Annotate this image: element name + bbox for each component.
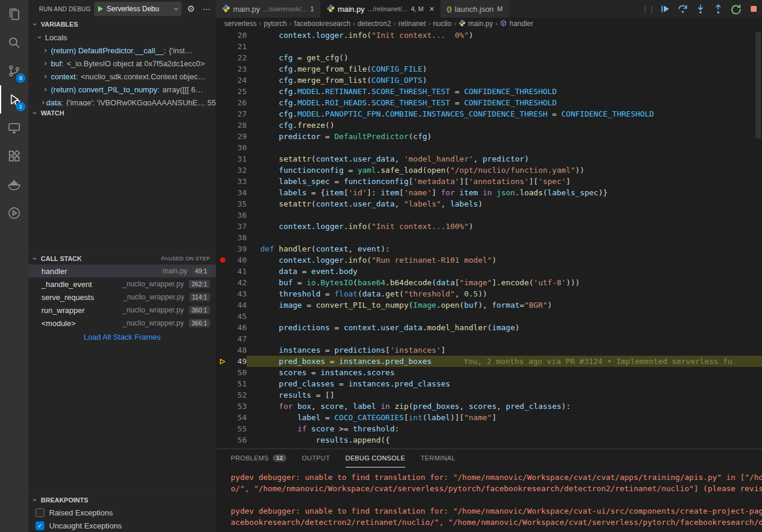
code-text[interactable]: cfg.MODEL.PANOPTIC_FPN.COMBINE.INSTANCES… <box>247 108 762 120</box>
breadcrumb-item-handler[interactable]: handler <box>500 20 533 28</box>
debug-settings-gear-icon[interactable]: ⚙ <box>185 4 197 14</box>
breakpoint-dot[interactable] <box>216 254 229 266</box>
code-text[interactable] <box>247 333 762 344</box>
gutter[interactable] <box>216 221 229 232</box>
gutter[interactable] <box>216 120 229 131</box>
code-line-34[interactable]: 34 labels = {item['id']: item['name'] fo… <box>216 187 762 198</box>
breadcrumb-item-serverless[interactable]: serverless <box>224 20 257 28</box>
code-line-51[interactable]: 51 pred_classes = instances.pred_classes <box>216 378 762 389</box>
code-line-20[interactable]: 20 context.logger.info("Init context... … <box>216 30 762 41</box>
more-actions-icon[interactable]: ⋯ <box>201 5 212 14</box>
variable-row[interactable]: ›context:<nuclio_sdk.context.Context obj… <box>28 70 216 83</box>
current-line-arrow[interactable] <box>216 356 229 367</box>
gutter[interactable] <box>216 288 229 299</box>
code-line-40[interactable]: 40 context.logger.info("Run retinanet-R1… <box>216 254 762 266</box>
variable-row[interactable]: ›(return) DefaultPredictor.__call__:{'in… <box>28 44 216 57</box>
source-control-icon[interactable]: 8 <box>0 57 28 85</box>
code-text[interactable] <box>247 232 762 243</box>
code-text[interactable]: predictions = context.user_data.model_ha… <box>247 322 762 333</box>
gutter[interactable] <box>216 299 229 311</box>
editor-scrollbar[interactable] <box>755 32 761 138</box>
code-line-23[interactable]: 23 cfg.merge_from_file(CONFIG_FILE) <box>216 63 762 75</box>
code-line-48[interactable]: 48 instances = predictions['instances'] <box>216 344 762 356</box>
variables-section-header[interactable]: › VARIABLES <box>28 18 216 31</box>
variable-row[interactable]: ›data:{'image': 'iVBORw0KGgoAAAANSUhE… 5… <box>28 96 216 106</box>
code-line-39[interactable]: 39def handler(context, event): <box>216 243 762 254</box>
gutter[interactable] <box>216 75 229 86</box>
gutter[interactable] <box>216 30 229 41</box>
step-into-icon[interactable] <box>693 2 708 16</box>
gutter[interactable] <box>216 266 229 277</box>
gutter[interactable] <box>216 378 229 389</box>
gutter[interactable] <box>216 165 229 176</box>
code-text[interactable]: context.logger.info("Init context...100%… <box>247 221 762 232</box>
code-line-24[interactable]: 24 cfg.merge_from_list(CONFIG_OPTS) <box>216 75 762 86</box>
tab-terminal[interactable]: TERMINAL <box>421 449 456 467</box>
gutter[interactable] <box>216 187 229 198</box>
gutter[interactable] <box>216 97 229 108</box>
code-line-37[interactable]: 37 context.logger.info("Init context...1… <box>216 221 762 232</box>
code-text[interactable]: threshold = float(data.get("threshold", … <box>247 288 762 299</box>
code-text[interactable]: instances = predictions['instances'] <box>247 344 762 356</box>
code-line-47[interactable]: 47 <box>216 333 762 344</box>
explorer-icon[interactable] <box>0 0 28 28</box>
gutter[interactable] <box>216 108 229 120</box>
gutter[interactable] <box>216 52 229 63</box>
gutter[interactable] <box>216 389 229 401</box>
gutter[interactable] <box>216 412 229 423</box>
launch-config-select[interactable]: Serverless Debu › <box>94 2 182 16</box>
tab-main-py-siammask[interactable]: main.py .../siammask/... 1 <box>216 0 321 18</box>
close-icon[interactable]: × <box>430 5 434 13</box>
gutter[interactable] <box>216 401 229 412</box>
code-line-38[interactable]: 38 <box>216 232 762 243</box>
code-line-41[interactable]: 41 data = event.body <box>216 266 762 277</box>
code-text[interactable]: results = [] <box>247 389 762 401</box>
code-line-44[interactable]: 44 image = convert_PIL_to_numpy(Image.op… <box>216 299 762 311</box>
code-line-56[interactable]: 56 results.append({ <box>216 434 762 446</box>
gutter[interactable] <box>216 311 229 322</box>
search-icon[interactable] <box>0 28 28 57</box>
stack-frame[interactable]: _handle_event_nuclio_wrapper.py262:1 <box>28 278 216 291</box>
breakpoints-section-header[interactable]: › BREAKPOINTS <box>28 493 216 506</box>
gutter[interactable] <box>216 322 229 333</box>
gutter[interactable] <box>216 209 229 221</box>
continue-icon[interactable] <box>658 2 672 16</box>
code-line-28[interactable]: 28 cfg.freeze() <box>216 120 762 131</box>
code-line-30[interactable]: 30 <box>216 142 762 153</box>
remote-explorer-icon[interactable] <box>0 114 28 142</box>
code-line-29[interactable]: 29 predictor = DefaultPredictor(cfg) <box>216 131 762 142</box>
code-text[interactable]: predictor = DefaultPredictor(cfg) <box>247 131 762 142</box>
gutter[interactable] <box>216 423 229 434</box>
code-line-42[interactable]: 42 buf = io.BytesIO(base64.b64decode(dat… <box>216 277 762 288</box>
code-text[interactable]: def handler(context, event): <box>247 243 762 254</box>
code-text[interactable]: for box, score, label in zip(pred_boxes,… <box>247 401 762 412</box>
breakpoint-item[interactable]: ✓Uncaught Exceptions <box>28 519 216 532</box>
extensions-icon[interactable] <box>0 142 28 170</box>
code-text[interactable]: results.append({ <box>247 434 762 446</box>
code-line-22[interactable]: 22 cfg = get_cfg() <box>216 52 762 63</box>
gutter[interactable] <box>216 41 229 52</box>
breadcrumb-item-main-py[interactable]: main.py <box>459 20 493 28</box>
code-text[interactable]: cfg.freeze() <box>247 120 762 131</box>
gutter[interactable] <box>216 131 229 142</box>
code-line-53[interactable]: 53 for box, score, label in zip(pred_box… <box>216 401 762 412</box>
step-over-icon[interactable] <box>676 2 690 16</box>
code-text[interactable]: context.logger.info("Run retinanet-R101 … <box>247 254 762 266</box>
code-line-36[interactable]: 36 <box>216 209 762 221</box>
gutter[interactable] <box>216 277 229 288</box>
load-all-stack-frames-link[interactable]: Load All Stack Frames <box>28 330 216 344</box>
code-text[interactable]: if score >= threshold: <box>247 423 762 434</box>
debug-console-output[interactable]: pydev debugger: unable to find translati… <box>216 467 762 532</box>
code-line-26[interactable]: 26 cfg.MODEL.ROI_HEADS.SCORE_THRESH_TEST… <box>216 97 762 108</box>
stack-frame[interactable]: handlermain.py49:1 <box>28 265 216 278</box>
code-text[interactable]: image = convert_PIL_to_numpy(Image.open(… <box>247 299 762 311</box>
code-line-55[interactable]: 55 if score >= threshold: <box>216 423 762 434</box>
stop-icon[interactable] <box>747 2 761 16</box>
breadcrumb-item-pytorch[interactable]: pytorch <box>264 20 287 28</box>
code-line-35[interactable]: 35 setattr(context.user_data, "labels", … <box>216 198 762 209</box>
code-text[interactable]: pred_boxes = instances.pred_boxesYou, 2 … <box>247 356 762 367</box>
code-text[interactable]: cfg.MODEL.RETINANET.SCORE_THRESH_TEST = … <box>247 86 762 97</box>
code-text[interactable]: label = COCO_CATEGORIES[int(label)]["nam… <box>247 412 762 423</box>
code-text[interactable]: cfg.MODEL.ROI_HEADS.SCORE_THRESH_TEST = … <box>247 97 762 108</box>
code-text[interactable]: setattr(context.user_data, "labels", lab… <box>247 198 762 209</box>
